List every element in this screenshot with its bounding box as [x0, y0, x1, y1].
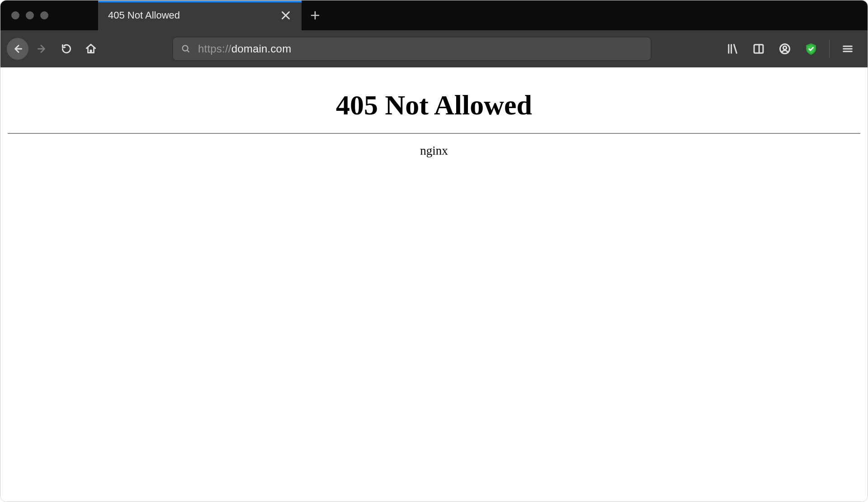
- account-icon: [778, 43, 791, 55]
- window-close-button[interactable]: [11, 11, 19, 19]
- back-button[interactable]: [7, 38, 28, 60]
- shield-check-icon: [805, 43, 817, 55]
- arrow-right-icon: [36, 43, 48, 55]
- account-button[interactable]: [774, 38, 796, 60]
- hamburger-icon: [841, 43, 854, 55]
- tab-title: 405 Not Allowed: [108, 9, 280, 21]
- search-icon: [181, 44, 191, 54]
- arrow-left-icon: [12, 43, 24, 55]
- home-button[interactable]: [80, 38, 102, 60]
- url-protocol: https://: [198, 43, 231, 55]
- home-icon: [85, 43, 97, 55]
- new-tab-button[interactable]: [302, 0, 329, 30]
- protection-button[interactable]: [800, 38, 822, 60]
- close-icon: [280, 9, 292, 21]
- menu-button[interactable]: [837, 38, 859, 60]
- tab-active-indicator: [98, 0, 302, 2]
- window-maximize-button[interactable]: [40, 11, 48, 19]
- reload-icon: [61, 43, 72, 55]
- library-button[interactable]: [722, 38, 743, 60]
- url-bar[interactable]: https://domain.com: [172, 37, 651, 61]
- svg-point-3: [783, 46, 786, 49]
- reader-view-button[interactable]: [748, 38, 769, 60]
- url-text: https://domain.com: [198, 43, 291, 55]
- browser-tab[interactable]: 405 Not Allowed: [98, 0, 302, 30]
- reload-button[interactable]: [56, 38, 77, 60]
- url-bar-container: https://domain.com: [172, 37, 651, 61]
- window-controls: [0, 11, 48, 19]
- server-name: nginx: [8, 144, 860, 158]
- error-page: 405 Not Allowed nginx: [0, 67, 868, 167]
- forward-button[interactable]: [31, 38, 53, 60]
- plus-icon: [310, 10, 321, 21]
- title-bar: 405 Not Allowed: [0, 0, 868, 30]
- error-heading: 405 Not Allowed: [8, 89, 860, 121]
- sidebar-icon: [752, 43, 765, 55]
- tab-strip: 405 Not Allowed: [98, 0, 329, 30]
- page-viewport: 405 Not Allowed nginx: [0, 67, 868, 502]
- svg-point-0: [183, 46, 188, 51]
- divider: [8, 133, 860, 134]
- library-icon: [726, 43, 739, 55]
- browser-window: 405 Not Allowed: [0, 0, 868, 502]
- url-domain: domain.com: [231, 43, 292, 55]
- window-minimize-button[interactable]: [26, 11, 34, 19]
- toolbar-right: [722, 38, 861, 60]
- tab-close-button[interactable]: [280, 9, 292, 21]
- navigation-toolbar: https://domain.com: [0, 30, 868, 67]
- toolbar-separator: [829, 40, 830, 58]
